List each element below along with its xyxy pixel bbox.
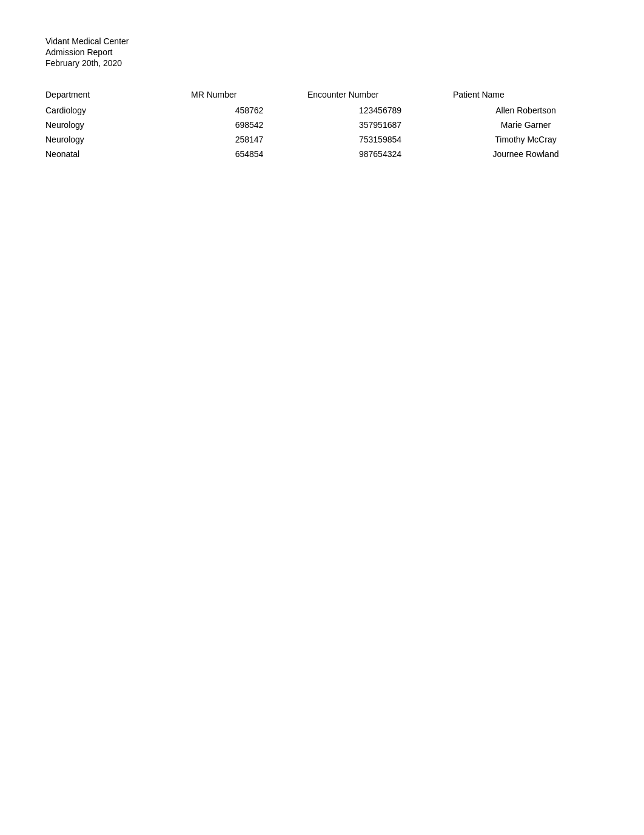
cell-encounter-number: 987654324 [307,147,453,161]
report-type: Admission Report [45,47,599,57]
table-row: Neonatal654854987654324Journee Rowland [45,147,599,161]
cell-department: Cardiology [45,103,191,118]
cell-department: Neurology [45,118,191,132]
cell-department: Neurology [45,132,191,147]
cell-mr-number: 698542 [191,118,307,132]
column-header-patient: Patient Name [453,86,599,103]
cell-patient-name: Journee Rowland [453,147,599,161]
report-header: Vidant Medical Center Admission Report F… [45,36,599,68]
table-row: Neurology258147753159854Timothy McCray [45,132,599,147]
cell-mr-number: 258147 [191,132,307,147]
cell-patient-name: Allen Robertson [453,103,599,118]
column-header-encounter: Encounter Number [307,86,453,103]
cell-encounter-number: 357951687 [307,118,453,132]
table-row: Neurology698542357951687Marie Garner [45,118,599,132]
cell-patient-name: Timothy McCray [453,132,599,147]
cell-patient-name: Marie Garner [453,118,599,132]
column-header-department: Department [45,86,191,103]
cell-mr-number: 458762 [191,103,307,118]
cell-mr-number: 654854 [191,147,307,161]
cell-department: Neonatal [45,147,191,161]
cell-encounter-number: 753159854 [307,132,453,147]
organization-name: Vidant Medical Center [45,36,599,46]
report-date: February 20th, 2020 [45,58,599,68]
table-header-row: Department MR Number Encounter Number Pa… [45,86,599,103]
cell-encounter-number: 123456789 [307,103,453,118]
table-row: Cardiology458762123456789Allen Robertson [45,103,599,118]
column-header-mr: MR Number [191,86,307,103]
admission-table: Department MR Number Encounter Number Pa… [45,86,599,161]
